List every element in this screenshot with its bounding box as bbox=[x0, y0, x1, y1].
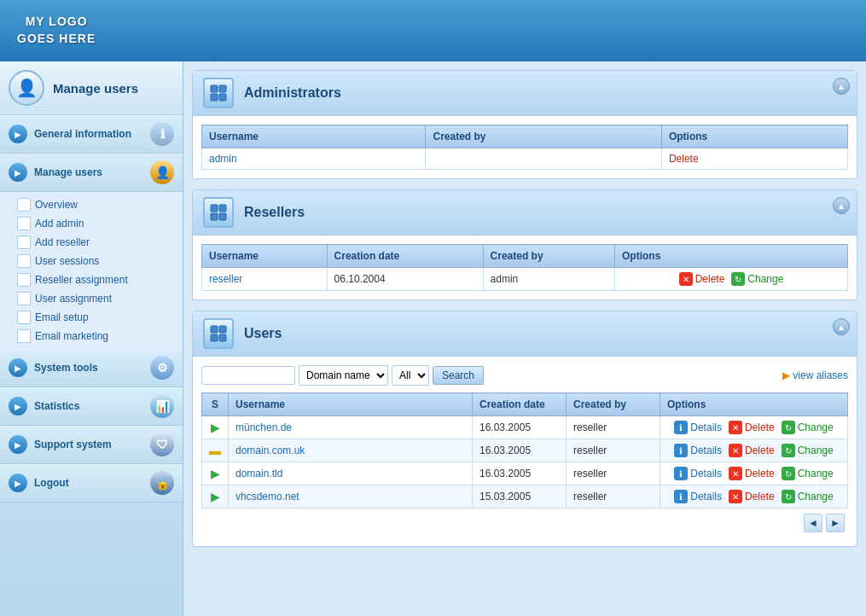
reseller-username-link[interactable]: reseller bbox=[209, 273, 242, 285]
user-username-link-1[interactable]: münchen.de bbox=[235, 421, 292, 433]
pagination-next-btn[interactable]: ► bbox=[826, 514, 845, 532]
sidebar-link-email-marketing[interactable]: Email marketing bbox=[12, 327, 183, 346]
sidebar-support-label: Support system bbox=[34, 439, 112, 450]
admin-delete-btn[interactable]: Delete bbox=[669, 153, 699, 165]
admin-username-link[interactable]: admin bbox=[209, 153, 237, 165]
users-col-s: S bbox=[202, 393, 229, 416]
sidebar-item-logout[interactable]: ▶ Logout 🔒 bbox=[0, 464, 183, 503]
admin-col-created-by: Created by bbox=[426, 125, 661, 148]
reseller-creation-date: 06.10.2004 bbox=[327, 268, 483, 291]
administrators-panel-body: Username Created by Options admin Delete bbox=[193, 116, 857, 178]
user-s-3: ▶ bbox=[202, 462, 229, 485]
user-username-4: vhcsdemo.net bbox=[229, 485, 473, 508]
table-row: ▬ domain.com.uk 16.03.2005 reseller ℹDet… bbox=[202, 439, 848, 462]
user-details-btn-2[interactable]: ℹDetails bbox=[674, 444, 722, 457]
user-change-btn-1[interactable]: ↻Change bbox=[782, 421, 834, 434]
svg-rect-9 bbox=[219, 326, 226, 333]
reseller-col-creation-date: Creation date bbox=[327, 245, 483, 268]
user-username-link-4[interactable]: vhcsdemo.net bbox=[235, 491, 299, 503]
sidebar-item-general-information[interactable]: ▶ General information ℹ bbox=[0, 115, 183, 154]
user-delete-btn-4[interactable]: ✕Delete bbox=[729, 490, 775, 503]
users-title: Users bbox=[244, 326, 282, 341]
manage-users-icon: ▶ bbox=[9, 163, 27, 182]
admin-username: admin bbox=[202, 148, 426, 170]
reseller-delete-btn[interactable]: ✕Delete bbox=[679, 272, 725, 286]
user-options-1: ℹDetails ✕Delete ↻Change bbox=[660, 416, 848, 439]
user-change-btn-4[interactable]: ↻Change bbox=[782, 490, 834, 503]
users-col-username: Username bbox=[229, 393, 473, 416]
user-delete-btn-1[interactable]: ✕Delete bbox=[729, 421, 775, 434]
change-icon: ↻ bbox=[782, 490, 795, 503]
sidebar-link-reseller-assignment[interactable]: Reseller assignment bbox=[12, 270, 183, 289]
sidebar-link-user-assignment[interactable]: User assignment bbox=[12, 289, 183, 308]
sidebar-item-manage-users[interactable]: ▶ Manage users 👤 bbox=[0, 154, 183, 192]
sidebar-link-user-sessions[interactable]: User sessions bbox=[12, 252, 183, 270]
user-creation-date-4: 15.03.2005 bbox=[473, 485, 567, 508]
search-input[interactable] bbox=[201, 366, 295, 385]
user-s-1: ▶ bbox=[202, 416, 229, 439]
reseller-username: reseller bbox=[202, 268, 328, 291]
users-col-created-by: Created by bbox=[567, 393, 660, 416]
reseller-col-options: Options bbox=[614, 245, 847, 268]
resellers-table: Username Creation date Created by Option… bbox=[201, 244, 848, 291]
search-bar-left: Domain name Username All Search bbox=[201, 365, 484, 386]
user-s-4: ▶ bbox=[202, 485, 229, 508]
delete-icon: ✕ bbox=[729, 490, 742, 503]
general-info-icon: ▶ bbox=[9, 125, 27, 143]
reseller-created-by: admin bbox=[483, 268, 614, 291]
sidebar-manage-users-label: Manage users bbox=[34, 166, 102, 178]
sidebar-link-overview[interactable]: Overview bbox=[12, 195, 183, 214]
user-delete-btn-2[interactable]: ✕Delete bbox=[729, 444, 775, 457]
user-details-btn-4[interactable]: ℹDetails bbox=[674, 490, 722, 503]
svg-rect-2 bbox=[211, 94, 218, 101]
avatar: 👤 bbox=[9, 70, 44, 106]
view-aliases-link[interactable]: ▶ view aliases bbox=[782, 369, 848, 381]
statistics-section-img: 📊 bbox=[150, 394, 174, 418]
user-options-4: ℹDetails ✕Delete ↻Change bbox=[660, 485, 848, 508]
sidebar-link-add-reseller[interactable]: Add reseller bbox=[12, 233, 183, 252]
search-scope-select[interactable]: All bbox=[392, 365, 429, 386]
users-col-options: Options bbox=[660, 393, 848, 416]
user-creation-date-2: 16.03.2005 bbox=[473, 439, 567, 462]
resellers-title: Resellers bbox=[244, 205, 305, 220]
user-username-link-2[interactable]: domain.com.uk bbox=[235, 445, 305, 456]
user-username-link-3[interactable]: domain.tld bbox=[235, 468, 282, 479]
pagination-prev-btn[interactable]: ◄ bbox=[804, 514, 822, 532]
sidebar-link-email-setup[interactable]: Email setup bbox=[12, 308, 183, 327]
sidebar-item-support-system[interactable]: ▶ Support system 🛡 bbox=[0, 426, 183, 464]
administrators-collapse-btn[interactable]: ▲ bbox=[833, 78, 850, 95]
change-icon: ↻ bbox=[731, 272, 745, 286]
s-indicator-yellow: ▬ bbox=[209, 444, 221, 457]
user-creation-date-1: 16.03.2005 bbox=[473, 416, 567, 439]
resellers-collapse-btn[interactable]: ▲ bbox=[833, 197, 850, 214]
user-details-btn-1[interactable]: ℹDetails bbox=[674, 421, 722, 434]
administrators-panel: Administrators ▲ Username Created by Opt… bbox=[192, 70, 857, 179]
users-panel: Users ▲ Domain name Username All bbox=[192, 311, 857, 547]
search-button[interactable]: Search bbox=[433, 366, 484, 385]
user-delete-btn-3[interactable]: ✕Delete bbox=[729, 467, 775, 480]
sidebar-manage-users-header: 👤 Manage users bbox=[0, 61, 183, 115]
svg-rect-3 bbox=[219, 94, 226, 101]
resellers-panel-body: Username Creation date Created by Option… bbox=[193, 235, 857, 299]
general-info-section-img: ℹ bbox=[150, 122, 174, 146]
logo: MY LOGO GOES HERE bbox=[17, 14, 96, 47]
user-details-btn-3[interactable]: ℹDetails bbox=[674, 467, 722, 480]
logout-section-img: 🔒 bbox=[150, 471, 174, 495]
user-options-3: ℹDetails ✕Delete ↻Change bbox=[660, 462, 848, 485]
user-change-btn-3[interactable]: ↻Change bbox=[782, 467, 834, 480]
svg-rect-1 bbox=[219, 85, 226, 92]
admin-created-by bbox=[426, 148, 661, 170]
logout-icon: ▶ bbox=[9, 474, 27, 492]
sidebar-item-statistics[interactable]: ▶ Statistics 📊 bbox=[0, 387, 183, 426]
details-icon: ℹ bbox=[674, 421, 688, 434]
manage-users-section-img: 👤 bbox=[150, 160, 174, 184]
svg-rect-0 bbox=[211, 85, 218, 92]
sidebar-item-system-tools[interactable]: ▶ System tools ⚙ bbox=[0, 349, 183, 387]
sidebar-link-add-admin[interactable]: Add admin bbox=[12, 214, 183, 233]
svg-rect-5 bbox=[219, 205, 226, 212]
sidebar: 👤 Manage users ▶ General information ℹ ▶… bbox=[0, 61, 183, 616]
user-change-btn-2[interactable]: ↻Change bbox=[782, 444, 834, 457]
users-collapse-btn[interactable]: ▲ bbox=[833, 318, 850, 335]
reseller-change-btn[interactable]: ↻Change bbox=[731, 272, 783, 286]
search-filter-select[interactable]: Domain name Username bbox=[299, 365, 388, 386]
